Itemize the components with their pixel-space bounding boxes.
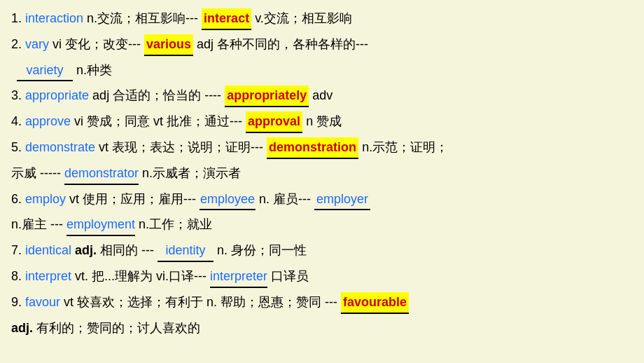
text-7b: 相同的 ---	[100, 243, 158, 257]
word-demonstrator: demonstrator	[64, 163, 139, 185]
word-favour: favour	[25, 295, 60, 309]
num-2: 2.	[11, 37, 25, 51]
text-7a: adj.	[75, 243, 97, 257]
line-7: 7. identical adj. 相同的 --- identity n. 身份…	[11, 240, 633, 262]
text-6b: n. 雇员---	[259, 192, 314, 206]
word-demonstration: demonstration	[267, 137, 358, 159]
text-7c: n. 身份；同一性	[217, 243, 307, 257]
text-5a: vt 表现；表达；说明；证明---	[99, 140, 267, 154]
text-5d: n.示威者；演示者	[142, 166, 241, 180]
line-2: 2. vary vi 变化；改变--- various adj 各种不同的，各种…	[11, 34, 633, 56]
word-employer: employer	[314, 189, 370, 211]
word-demonstrate: demonstrate	[25, 140, 95, 154]
text-3a: adj 合适的；恰当的 ----	[92, 88, 221, 102]
line-6b: n.雇主 --- employment n.工作；就业	[11, 214, 633, 236]
word-interpret: interpret	[25, 269, 71, 283]
line-5a: 5. demonstrate vt 表现；表达；说明；证明--- demonst…	[11, 137, 633, 159]
text-9c: 有利的；赞同的；讨人喜欢的	[36, 321, 200, 335]
word-appropriately: appropriately	[225, 85, 309, 107]
line-9a: 9. favour vt 较喜欢；选择；有利于 n. 帮助；恩惠；赞同 --- …	[11, 292, 633, 314]
text-6c: n.雇主 ---	[11, 217, 63, 231]
line-2b: variety n.种类	[11, 60, 633, 82]
word-appropriate: appropriate	[25, 88, 89, 102]
line-3: 3. appropriate adj 合适的；恰当的 ---- appropri…	[11, 85, 633, 107]
text-6d: n.工作；就业	[139, 217, 212, 231]
line-5b: 示威 ----- demonstrator n.示威者；演示者	[11, 163, 633, 185]
word-employee: employee	[200, 189, 255, 211]
num-9: 9.	[11, 295, 25, 309]
word-various: various	[144, 34, 193, 56]
word-vary: vary	[25, 37, 49, 51]
num-8: 8.	[11, 269, 25, 283]
word-interact: interact	[202, 8, 251, 30]
text-2b: adj 各种不同的，各种各样的---	[197, 37, 368, 51]
num-5: 5.	[11, 140, 25, 154]
text-8a: vt. 把...理解为 vi.口译---	[75, 269, 210, 283]
text-2a: vi 变化；改变---	[52, 37, 144, 51]
num-6: 6.	[11, 192, 25, 206]
word-identical: identical	[25, 243, 71, 257]
text-6a: vt 使用；应用；雇用---	[69, 192, 200, 206]
word-approve: approve	[25, 114, 71, 128]
word-approval: approval	[246, 111, 302, 133]
text-2c: n.种类	[76, 63, 112, 77]
word-employ: employ	[25, 192, 66, 206]
content-container: 1. interaction n.交流；相互影响--- interact v.交…	[11, 8, 633, 338]
text-4a: vi 赞成；同意 vt 批准；通过---	[74, 114, 246, 128]
text-5c: 示威 -----	[11, 166, 61, 180]
text-9b: adj.	[11, 321, 33, 335]
word-interpreter: interpreter	[210, 266, 267, 288]
text-3b: adv	[312, 88, 332, 102]
text-5b: n.示范；证明；	[362, 140, 448, 154]
word-identity: identity	[158, 240, 214, 262]
line-1: 1. interaction n.交流；相互影响--- interact v.交…	[11, 8, 633, 30]
text-1a: n.交流；相互影响---	[87, 11, 198, 25]
line-6a: 6. employ vt 使用；应用；雇用--- employee n. 雇员-…	[11, 189, 633, 211]
line-9b: adj. 有利的；赞同的；讨人喜欢的	[11, 318, 633, 338]
text-1b: v.交流；相互影响	[255, 11, 352, 25]
num-3: 3.	[11, 88, 25, 102]
num-1: 1.	[11, 11, 25, 25]
word-employment: employment	[66, 214, 135, 236]
num-4: 4.	[11, 114, 25, 128]
text-9a: vt 较喜欢；选择；有利于 n. 帮助；恩惠；赞同 ---	[64, 295, 337, 309]
num-7: 7.	[11, 243, 25, 257]
line-8: 8. interpret vt. 把...理解为 vi.口译--- interp…	[11, 266, 633, 288]
word-variety: variety	[17, 60, 73, 82]
line-4: 4. approve vi 赞成；同意 vt 批准；通过--- approval…	[11, 111, 633, 133]
word-favourable: favourable	[341, 292, 409, 314]
text-4b: n 赞成	[306, 114, 342, 128]
text-8b: 口译员	[271, 269, 309, 283]
word-interaction: interaction	[25, 11, 83, 25]
